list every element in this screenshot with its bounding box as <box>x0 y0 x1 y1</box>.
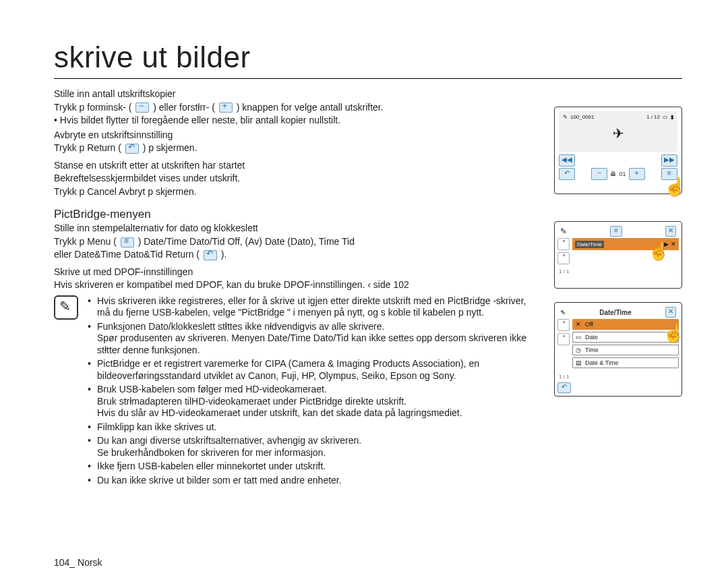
next-button[interactable]: ▶▶ <box>661 154 677 167</box>
page: skrive ut bilder Stille inn antall utskr… <box>0 0 728 584</box>
sec1-text-b: ) eller forstłrr- ( <box>153 102 215 113</box>
return-button[interactable]: ↶ <box>557 382 571 393</box>
note-item: Bruk USB-kabelen som følger med HD-video… <box>88 384 539 419</box>
return-icon-2 <box>204 250 217 260</box>
note-item: Hvis skriveren ikke registreres, eller f… <box>88 295 539 319</box>
card-icon: ▭ <box>663 114 668 120</box>
device-screens: ✎ 100_0001 1 / 12 ▭ ▮ ✈ ◀◀ ▶▶ ↶ <box>554 107 682 410</box>
stamp-b: ) Date/Time Dato/Tid Off, (Av) Date (Dat… <box>138 236 355 247</box>
calendar-icon: ▭ <box>576 334 582 341</box>
note-item: PictBridge er et registrert varemerke fo… <box>88 358 539 382</box>
option-label: Time <box>585 347 599 353</box>
page-title: skrive ut bilder <box>54 40 682 79</box>
sec3-line1: Bekreftelsesskjermbildet vises under uts… <box>54 173 240 183</box>
prev-button[interactable]: ◀◀ <box>559 154 575 167</box>
device-datetime-options: ✎ Date/Time ✕ ˄ ˅ ✕ Off ▭ Date <box>554 302 682 397</box>
return-icon <box>125 144 139 154</box>
dpof-text: Hvis skriveren er kompatibel med DPOF, k… <box>54 279 409 290</box>
page-indicator: 1 / 1 <box>559 268 679 274</box>
pictbridge-heading: PictBridge-menyen <box>54 207 539 221</box>
sec3-line2: Trykk p Cancel Avbryt p skjermen. <box>54 186 197 197</box>
sec2-text-b: ) p skjermen. <box>143 142 198 153</box>
sec1-heading: Stille inn antall utskriftskopier <box>54 88 176 99</box>
pictbridge-icon: ✎ <box>560 227 567 236</box>
sec1-text-a: Trykk p forminsk- ( <box>54 102 131 113</box>
dpof-heading: Skrive ut med DPOF-innstillingen <box>54 266 193 277</box>
option-label: Off <box>585 321 593 328</box>
menu-item-datetime[interactable]: Date/Time ▶ ✕ <box>572 238 679 250</box>
sec1-text-c: ) knappen for velge antall utskrifter. <box>237 102 384 113</box>
return-button[interactable]: ↶ <box>559 168 575 180</box>
battery-icon: ▮ <box>671 114 673 120</box>
stamp-d: ). <box>221 249 227 260</box>
airplane-icon: ✈ <box>613 125 624 142</box>
page-indicator: 1 / 1 <box>559 374 570 380</box>
clock-icon: ◷ <box>576 347 582 353</box>
sec2-text-a: Trykk p Return ( <box>54 142 121 153</box>
option-time[interactable]: ◷ Time <box>572 345 679 355</box>
option-date[interactable]: ▭ Date <box>572 332 679 343</box>
note-box: Hvis skriveren ikke registreres, eller f… <box>54 295 539 489</box>
body-column: Stille inn antall utskriftskopier Trykk … <box>54 88 539 488</box>
minus-icon <box>135 103 149 113</box>
menu-tab[interactable]: ≡ <box>610 226 622 237</box>
folder-label: 100_0001 <box>570 114 595 120</box>
pictbridge-icon: ✎ <box>563 114 568 120</box>
note-item: Filmklipp kan ikke skrives ut. <box>88 421 539 434</box>
menu-button[interactable]: ≡ <box>661 168 677 180</box>
sec3-heading: Stanse en utskrift etter at utskriften h… <box>54 160 245 171</box>
note-list: Hvis skriveren ikke registreres, eller f… <box>88 295 539 489</box>
plus-icon <box>219 103 233 113</box>
off-icon: ✕ <box>576 321 582 328</box>
note-item: Funksjonen Dato/klokkeslett stłttes ikke… <box>88 321 539 357</box>
photo-preview: ✎ 100_0001 1 / 12 ▭ ▮ ✈ <box>559 111 677 152</box>
page-footer: 104_ Norsk <box>54 557 102 568</box>
sec1-bullet: Hvis bildet flytter til foregående eller… <box>54 115 539 127</box>
image-counter: 1 / 12 <box>646 114 660 120</box>
stamp-c: eller Date&Time Dato&Tid Return ( <box>54 249 200 260</box>
device-preview-print: ✎ 100_0001 1 / 12 ▭ ▮ ✈ ◀◀ ▶▶ ↶ <box>554 107 682 194</box>
submenu-title: Date/Time <box>599 309 632 316</box>
scroll-down-button[interactable]: ˅ <box>557 252 570 264</box>
note-item: Ikke fjern USB-kabelen eller minnekortet… <box>88 461 539 473</box>
note-icon <box>54 295 78 320</box>
play-icon: ▶ <box>664 241 669 247</box>
option-date-and-time[interactable]: ▤ Date & Time <box>572 357 679 368</box>
pictbridge-icon: ✎ <box>560 309 566 316</box>
stamp-a: Trykk p Menu ( <box>54 236 117 247</box>
decrease-copies-button[interactable]: − <box>591 168 607 180</box>
increase-copies-button[interactable]: + <box>629 168 645 180</box>
option-label: Date <box>585 334 598 341</box>
scroll-up-button[interactable]: ˄ <box>557 319 570 331</box>
sec2-heading: Avbryte en utskriftsinnstilling <box>54 129 173 140</box>
copies-value: 01 <box>619 171 626 177</box>
menu-icon <box>121 237 134 247</box>
datetime-icon: ▤ <box>576 359 582 366</box>
print-icon: 🖶 <box>610 171 616 177</box>
close-button[interactable]: ✕ <box>665 226 676 237</box>
scroll-down-button[interactable]: ˅ <box>557 333 570 345</box>
note-item: Du kan angi diverse utskriftsalternative… <box>88 435 539 459</box>
menu-item-label: Date/Time <box>575 241 604 248</box>
stamp-heading: Stille inn stempelalternativ for dato og… <box>54 223 258 233</box>
scroll-up-button[interactable]: ˄ <box>557 238 570 250</box>
close-button[interactable]: ✕ <box>665 307 676 318</box>
option-off[interactable]: ✕ Off <box>572 319 679 330</box>
mute-icon: ✕ <box>671 241 676 247</box>
note-item: Du kan ikke skrive ut bilder som er tatt… <box>88 475 539 487</box>
device-menu-datetime: ✎ ≡ ✕ ˄ ˅ Date/Time ▶ ✕ 1 / 1 ☝ <box>554 221 682 289</box>
option-label: Date & Time <box>585 359 619 366</box>
